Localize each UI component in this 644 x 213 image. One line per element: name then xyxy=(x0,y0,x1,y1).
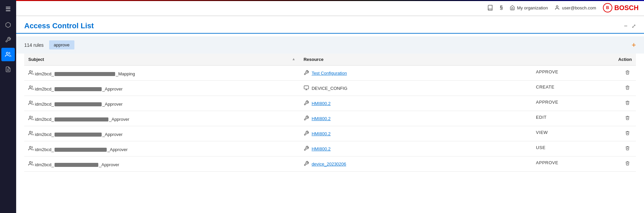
users-icon xyxy=(28,161,34,166)
resource-cell-1: DEVICE_CONFIG xyxy=(300,81,532,96)
table-row: idm2bcd__Approver device_20230206APPROVE xyxy=(24,156,636,172)
user-icon xyxy=(554,5,560,10)
delete-button-2[interactable] xyxy=(623,100,632,107)
section-icon: § xyxy=(500,5,503,11)
rules-count: 114 rules xyxy=(24,42,44,48)
action-value-5: USE xyxy=(536,145,545,150)
redacted-bar xyxy=(55,133,102,137)
resource-icon-2 xyxy=(304,100,309,107)
table-header-row: Subject ▲ Resource Action xyxy=(24,54,636,66)
redacted-bar xyxy=(55,163,98,167)
redacted-bar xyxy=(55,148,107,152)
topbar: § My organization user@bosch.com B BOSCH xyxy=(16,0,644,16)
sidebar-item-users[interactable] xyxy=(1,48,15,61)
svg-point-4 xyxy=(29,71,31,72)
action-value-6: APPROVE xyxy=(536,160,558,165)
bosch-logo-circle: B xyxy=(603,3,612,12)
resource-text-3[interactable]: HMI800.2 xyxy=(312,116,331,121)
resource-icon-4 xyxy=(304,131,309,137)
wrench-icon xyxy=(304,70,309,75)
acl-table: Subject ▲ Resource Action idm2bcd__Mappi… xyxy=(24,54,636,172)
delete-button-3[interactable] xyxy=(623,115,632,122)
resource-cell-4: HMI800.2 xyxy=(300,126,532,141)
action-cell-1: CREATE xyxy=(532,81,636,96)
table-container: Subject ▲ Resource Action idm2bcd__Mappi… xyxy=(16,54,644,213)
users-icon xyxy=(28,146,34,151)
users-icon xyxy=(28,70,34,75)
expand-button[interactable]: ⤢ xyxy=(632,23,636,29)
svg-point-13 xyxy=(29,162,31,163)
wrench-icon xyxy=(304,115,309,121)
resource-text-0[interactable]: Test Configuration xyxy=(312,71,347,76)
user-item[interactable]: user@bosch.com xyxy=(554,5,596,10)
action-cell-4: VIEW xyxy=(532,126,636,141)
resource-text-1: DEVICE_CONFIG xyxy=(312,86,347,91)
delete-button-1[interactable] xyxy=(623,84,632,92)
resource-icon-0 xyxy=(304,70,309,76)
add-filter-button[interactable]: + xyxy=(632,41,636,49)
filter-approve-tag[interactable]: approve xyxy=(49,40,74,49)
redacted-bar xyxy=(55,102,102,106)
action-value-1: CREATE xyxy=(536,84,554,90)
page-header: Access Control List − ⤢ xyxy=(16,16,644,30)
resource-cell-5: HMI800.2 xyxy=(300,141,532,156)
sort-arrow-subject: ▲ xyxy=(292,57,296,61)
subject-cell-4: idm2bcd__Approver xyxy=(24,126,300,141)
sidebar-item-reports[interactable] xyxy=(1,63,15,76)
book-icon-item[interactable] xyxy=(487,5,493,11)
resource-icon-6 xyxy=(304,161,309,167)
action-value-4: VIEW xyxy=(536,130,548,135)
action-value-3: EDIT xyxy=(536,115,547,120)
resource-cell-6: device_20230206 xyxy=(300,156,532,172)
filter-bar: 114 rules approve + xyxy=(16,36,644,54)
users-icon xyxy=(28,85,34,91)
action-value-0: APPROVE xyxy=(536,69,558,74)
header-divider xyxy=(16,33,644,34)
section-icon-item[interactable]: § xyxy=(500,5,503,11)
svg-point-5 xyxy=(29,86,31,87)
action-cell-2: APPROVE xyxy=(532,96,636,111)
org-icon xyxy=(510,5,515,10)
delete-button-0[interactable] xyxy=(623,69,632,77)
delete-button-5[interactable] xyxy=(623,145,632,152)
col-header-subject: Subject ▲ xyxy=(24,54,300,66)
redacted-bar xyxy=(55,87,102,91)
page-content: Access Control List − ⤢ 114 rules approv… xyxy=(16,16,644,213)
subject-cell-1: idm2bcd__Approver xyxy=(24,81,300,96)
table-row: idm2bcd__Approver HMI800.2USE xyxy=(24,141,636,156)
delete-button-6[interactable] xyxy=(623,160,632,168)
resource-text-2[interactable]: HMI800.2 xyxy=(312,101,331,106)
redacted-bar xyxy=(55,117,108,121)
action-cell-3: EDIT xyxy=(532,111,636,126)
resource-cell-0: Test Configuration xyxy=(300,66,532,81)
wrench-icon xyxy=(304,100,309,106)
delete-button-4[interactable] xyxy=(623,130,632,137)
svg-point-0 xyxy=(6,52,8,54)
col-header-action: Action xyxy=(532,54,636,66)
subject-cell-2: idm2bcd__Approver xyxy=(24,96,300,111)
wrench-icon xyxy=(304,161,309,166)
device-icon xyxy=(304,85,309,91)
page-header-actions: − ⤢ xyxy=(624,23,636,30)
table-row: idm2bcd__Mapping Test ConfigurationAPPRO… xyxy=(24,66,636,81)
book-icon xyxy=(487,5,493,11)
minimize-button[interactable]: − xyxy=(624,23,628,30)
resource-icon-3 xyxy=(304,115,309,122)
resource-text-6[interactable]: device_20230206 xyxy=(312,162,346,167)
subject-cell-5: idm2bcd__Approver xyxy=(24,141,300,156)
org-item[interactable]: My organization xyxy=(510,5,548,10)
sidebar-item-cube[interactable] xyxy=(1,18,15,32)
sidebar-item-tools[interactable] xyxy=(1,33,15,46)
subject-cell-3: idm2bcd__Approver xyxy=(24,111,300,126)
subject-cell-0: idm2bcd__Mapping xyxy=(24,66,300,81)
action-cell-5: USE xyxy=(532,141,636,156)
org-label: My organization xyxy=(517,5,548,10)
hamburger-menu[interactable]: ☰ xyxy=(3,3,13,15)
resource-text-4[interactable]: HMI800.2 xyxy=(312,131,331,136)
main-content: § My organization user@bosch.com B BOSCH… xyxy=(16,0,644,213)
svg-point-10 xyxy=(29,116,31,118)
wrench-icon xyxy=(304,131,309,136)
action-cell-0: APPROVE xyxy=(532,66,636,81)
page-title: Access Control List xyxy=(24,22,94,30)
resource-text-5[interactable]: HMI800.2 xyxy=(312,146,331,151)
